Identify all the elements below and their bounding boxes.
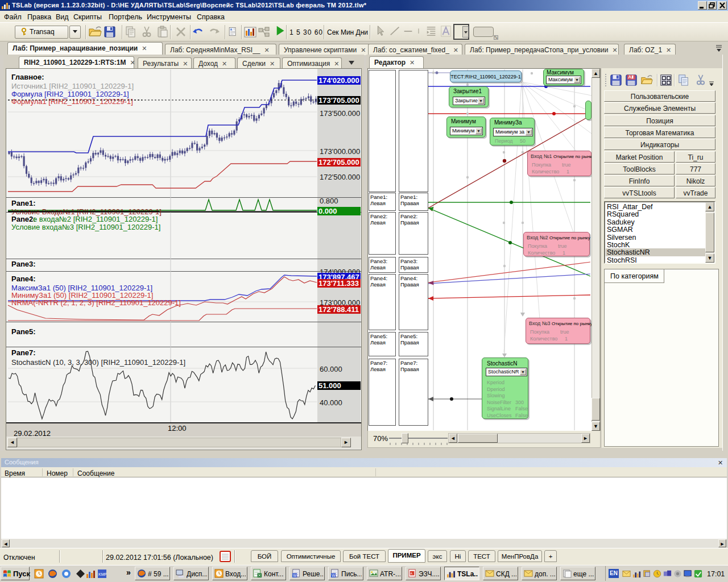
svg-text:W: W xyxy=(293,573,297,577)
svg-text:A: A xyxy=(410,572,412,575)
svg-text:W: W xyxy=(332,573,336,577)
svg-text:KMP: KMP xyxy=(98,572,107,576)
